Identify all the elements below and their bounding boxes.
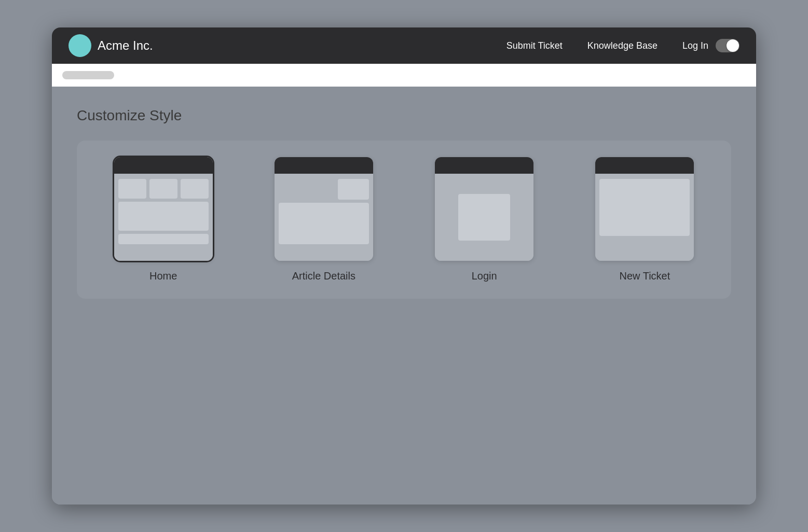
nav-login-button[interactable]: Log In (682, 40, 708, 51)
page-card-new-ticket[interactable]: New Ticket (575, 157, 715, 282)
newticket-block-full (599, 179, 690, 236)
theme-toggle[interactable] (716, 39, 739, 52)
card-preview-article-details (275, 157, 373, 261)
navbar-right: Log In (682, 39, 739, 52)
login-block-center (458, 194, 510, 241)
article-block-sm (338, 179, 369, 200)
card-preview-new-ticket (595, 157, 694, 261)
navbar: Acme Inc. Submit Ticket Knowledge Base L… (52, 27, 756, 64)
main-content: Customize Style Home (52, 87, 756, 505)
card-label-home: Home (149, 270, 177, 282)
card-label-article-details: Article Details (292, 270, 355, 282)
card-header-new-ticket (595, 157, 694, 174)
page-cards-container: Home Article Details (77, 141, 731, 299)
app-container: Acme Inc. Submit Ticket Knowledge Base L… (52, 27, 756, 505)
toggle-track (716, 39, 739, 52)
section-title: Customize Style (77, 107, 731, 124)
home-block-c (181, 179, 209, 199)
brand-name: Acme Inc. (98, 38, 153, 53)
card-header-home (114, 157, 213, 174)
brand: Acme Inc. (69, 34, 153, 57)
card-body-article-details (275, 174, 373, 261)
toggle-thumb (727, 39, 739, 52)
card-label-login: Login (472, 270, 497, 282)
nav-knowledge-base[interactable]: Knowledge Base (587, 40, 658, 51)
brand-logo-icon (69, 34, 91, 57)
card-body-new-ticket (595, 174, 694, 261)
nav-submit-ticket[interactable]: Submit Ticket (506, 40, 563, 51)
home-block-a (118, 179, 146, 199)
page-card-article-details[interactable]: Article Details (254, 157, 393, 282)
home-block-wide (118, 202, 209, 231)
page-card-login[interactable]: Login (415, 157, 554, 282)
page-card-home[interactable]: Home (93, 157, 233, 282)
card-preview-login (435, 157, 533, 261)
card-header-article-details (275, 157, 373, 174)
card-label-new-ticket: New Ticket (619, 270, 670, 282)
home-block-short (118, 234, 209, 244)
breadcrumb-bar (52, 64, 756, 87)
navbar-links: Submit Ticket Knowledge Base (506, 40, 658, 51)
card-header-login (435, 157, 533, 174)
card-preview-home (114, 157, 213, 261)
breadcrumb-pill (62, 71, 114, 79)
article-block-full (279, 203, 369, 244)
card-body-home (114, 174, 213, 261)
card-body-login (435, 174, 533, 261)
home-block-b (149, 179, 177, 199)
